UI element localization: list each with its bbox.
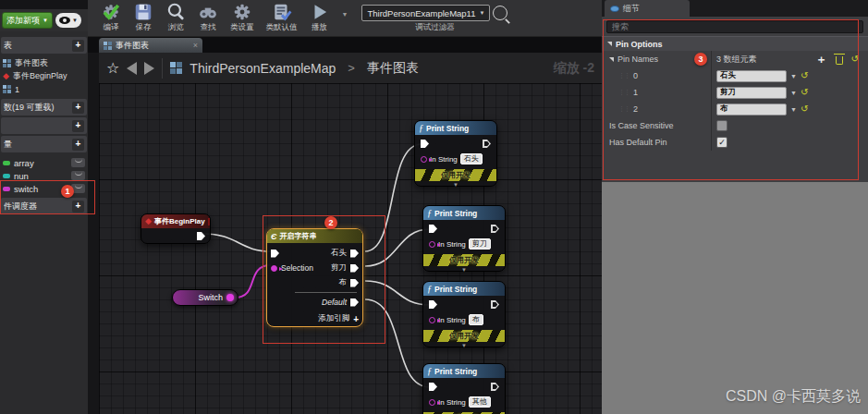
class-defaults-button[interactable]: 类默认值: [266, 2, 298, 33]
class-settings-button[interactable]: 类设置: [230, 2, 254, 33]
node-print-string-2[interactable]: ƒPrint String In String剪刀 仅用开发 ▼: [422, 205, 506, 272]
variable-visibility-toggle[interactable]: [71, 171, 85, 180]
event-icon: ◆: [3, 72, 9, 80]
favorite-star-icon[interactable]: ☆: [106, 59, 119, 77]
development-only-banner: 仅用开发: [415, 169, 496, 181]
exec-in-pin[interactable]: [421, 140, 429, 148]
annotation-badge-2: 2: [324, 216, 337, 229]
compile-icon: [101, 2, 121, 22]
add-graph-button[interactable]: +: [72, 40, 84, 52]
tab-event-graph[interactable]: 事件图表 ×: [99, 38, 202, 53]
graph-icon: [104, 42, 112, 50]
in-string-value[interactable]: 布: [469, 314, 483, 325]
chevron-down-icon: ▼: [480, 10, 485, 16]
in-string-pin[interactable]: [429, 399, 435, 406]
details-icon: [610, 6, 619, 12]
exec-out-pin[interactable]: [491, 225, 499, 233]
variable-type-icon: [3, 161, 10, 165]
add-macro-button[interactable]: +: [72, 120, 84, 132]
variable-visibility-toggle[interactable]: [71, 158, 85, 167]
browse-icon: [165, 2, 186, 22]
exec-out-pin[interactable]: [197, 232, 205, 240]
node-event-beginplay[interactable]: ◆ 事件BeginPlay: [141, 213, 211, 244]
exec-in-pin[interactable]: [429, 300, 437, 309]
in-string-pin[interactable]: [429, 241, 435, 248]
play-icon: [310, 2, 330, 22]
debug-filter-label: 调试过滤器: [415, 22, 455, 33]
section-graphs[interactable]: 表 +: [1, 37, 87, 54]
play-button[interactable]: 播放: [310, 2, 330, 33]
eye-icon: [59, 17, 70, 24]
save-icon: [133, 2, 153, 22]
class-settings-icon: [232, 2, 252, 22]
play-options-dropdown[interactable]: ▼: [342, 11, 348, 18]
exec-out-pin[interactable]: [491, 383, 499, 391]
details-tabbar: 细节: [602, 0, 868, 17]
node-expander[interactable]: ▼: [415, 181, 496, 189]
graph-icon: [3, 59, 11, 67]
panel-header-strip: [0, 0, 88, 9]
in-string-value[interactable]: 石头: [460, 153, 483, 164]
graph-editor: ☆ ThirdPersonExampleMap > 事件图表 缩放 -2 2: [88, 53, 602, 414]
visibility-filter-button[interactable]: ▼: [55, 13, 81, 28]
document-tabstrip: 事件图表 ×: [88, 37, 602, 53]
node-switch-variable[interactable]: Switch: [172, 289, 238, 306]
divider: [162, 58, 163, 79]
breadcrumb-root[interactable]: ThirdPersonExampleMap: [189, 61, 336, 76]
chevron-down-icon: ▼: [43, 18, 48, 23]
annotation-badge-1: 1: [61, 185, 74, 198]
add-function-button[interactable]: +: [72, 102, 84, 114]
add-variable-button[interactable]: +: [72, 139, 84, 151]
nav-forward-button[interactable]: [144, 62, 154, 75]
details-panel: 细节 Pin Options Pin Names 3 数组元素 ＋ ↺ ⋮: [602, 0, 868, 182]
compile-button[interactable]: 编译: [101, 2, 121, 33]
variable-out-pin[interactable]: [226, 294, 234, 301]
node-print-string-1[interactable]: ƒPrint String In String石头 仅用开发 ▼: [414, 120, 497, 187]
annotation-rect-3: [603, 19, 859, 180]
annotation-rect-2: [263, 215, 385, 344]
exec-out-pin[interactable]: [491, 300, 499, 309]
save-button[interactable]: 保存: [133, 2, 153, 33]
graph-canvas[interactable]: 2 ◆ 事件BeginPlay Switch Є 开启字符串: [99, 83, 602, 414]
breadcrumb: ☆ ThirdPersonExampleMap > 事件图表 缩放 -2: [99, 53, 602, 83]
section-macros[interactable]: +: [1, 117, 87, 134]
search-icon[interactable]: [493, 6, 507, 20]
development-only-banner: 仅用开发: [423, 254, 505, 266]
eye-closed-icon: [75, 171, 82, 176]
annotation-rect-1: [0, 180, 95, 214]
add-new-button[interactable]: 添加新项 ▼: [2, 12, 53, 29]
sidebar-item-event-graph[interactable]: 事件图表: [0, 57, 88, 69]
in-string-pin[interactable]: [429, 317, 435, 323]
node-expander[interactable]: ▼: [423, 342, 505, 349]
exec-in-pin[interactable]: [429, 225, 437, 233]
node-expander[interactable]: ▼: [423, 266, 505, 274]
event-icon: ◆: [145, 217, 152, 225]
blueprint-icon: [170, 62, 182, 74]
chevron-down-icon: ▼: [72, 18, 78, 23]
zoom-indicator: 缩放 -2: [554, 60, 594, 77]
nav-back-button[interactable]: [127, 62, 137, 75]
debug-marker-icon: [208, 218, 210, 225]
debug-object-selector[interactable]: ThirdPersonExampleMap11 ▼: [361, 5, 490, 21]
in-string-pin[interactable]: [421, 156, 427, 163]
section-functions[interactable]: 数(19 可重载) +: [1, 99, 87, 116]
find-button[interactable]: 查找: [198, 2, 218, 33]
macro-icon: [3, 85, 11, 93]
close-icon[interactable]: ×: [193, 41, 198, 50]
variable-array[interactable]: array: [0, 157, 88, 168]
class-defaults-icon: [272, 2, 292, 22]
exec-in-pin[interactable]: [429, 383, 437, 391]
section-variables[interactable]: 量 +: [1, 136, 87, 152]
function-icon: ƒ: [419, 123, 423, 133]
sidebar-item-macro-1[interactable]: 1: [0, 83, 88, 95]
tab-details[interactable]: 细节: [605, 0, 690, 17]
node-print-string-4[interactable]: ƒPrint String In String其他 仅用开发: [422, 363, 506, 414]
in-string-value[interactable]: 其他: [469, 396, 491, 408]
node-print-string-3[interactable]: ƒPrint String In String布 仅用开发 ▼: [422, 281, 506, 347]
sidebar-item-beginplay[interactable]: ◆ 事件BeginPlay: [0, 70, 88, 82]
exec-out-pin[interactable]: [483, 140, 491, 148]
breadcrumb-current[interactable]: 事件图表: [367, 60, 419, 77]
browse-button[interactable]: 浏览: [165, 2, 186, 33]
unreal-blueprint-editor: 添加新项 ▼ ▼ 表 + 事件图表 ◆ 事件BeginPlay 1: [0, 0, 868, 414]
in-string-value[interactable]: 剪刀: [469, 238, 491, 250]
